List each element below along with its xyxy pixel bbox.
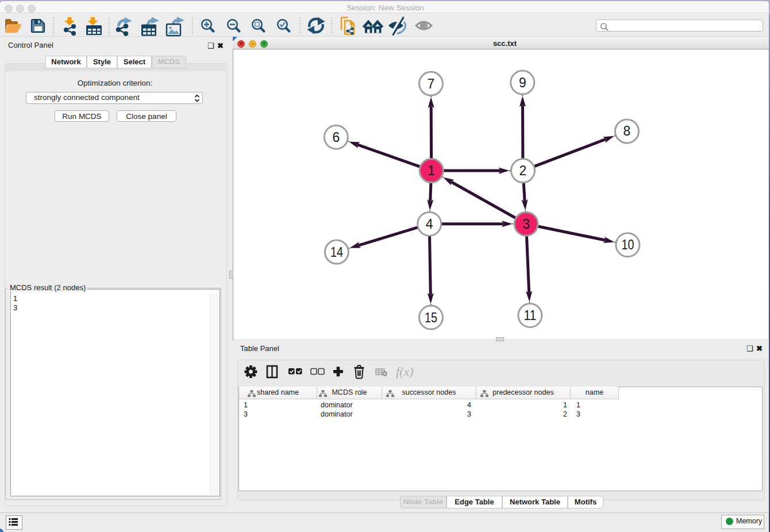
svg-text:2: 2 <box>519 163 527 178</box>
svg-text:7: 7 <box>428 76 435 91</box>
svg-text:3: 3 <box>522 217 530 232</box>
svg-text:9: 9 <box>519 75 526 90</box>
svg-text:11: 11 <box>523 308 536 323</box>
svg-text:8: 8 <box>623 124 631 138</box>
svg-text:4: 4 <box>426 217 433 232</box>
svg-text:f(x): f(x) <box>396 364 414 379</box>
svg-text:14: 14 <box>330 245 343 260</box>
svg-text:10: 10 <box>621 237 634 252</box>
svg-text:1: 1 <box>428 163 435 178</box>
svg-text:15: 15 <box>425 310 437 325</box>
svg-text:6: 6 <box>333 130 340 145</box>
